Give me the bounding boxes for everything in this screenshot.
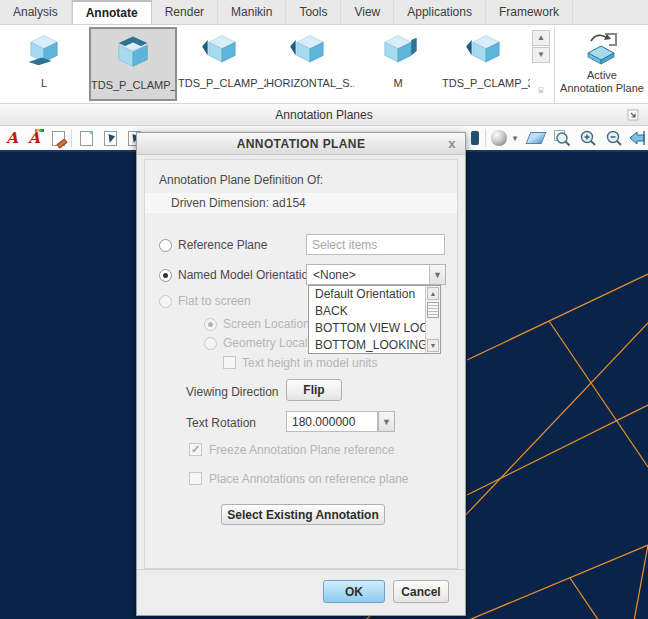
toolbar-separator [485,129,486,147]
chevron-down-icon: ▼ [379,412,394,431]
dialog-title-bar[interactable]: ANNOTATION PLANE x [137,133,465,155]
ribbon-tab-bar: Analysis Annotate Render Manikin Tools V… [0,0,648,25]
cancel-button[interactable]: Cancel [393,580,449,603]
plane-cube-icon [266,27,354,75]
gallery-scroll-up-button[interactable]: ▲ [532,30,550,46]
text-height-label: Text height in model units [242,356,377,370]
orientation-combobox[interactable]: <None> ▼ [306,264,446,285]
gallery-item-label: HORIZONTAL_S... [266,77,354,89]
active-plane-label-line1: Active [557,69,647,82]
gallery-scroll-down-button[interactable]: ▼ [532,47,550,63]
plane-cube-icon [178,27,266,75]
definition-label: Annotation Plane Definition Of: [159,173,323,187]
active-annotation-plane-icon [557,27,647,69]
gallery-item-label: TDS_P_CLAMP_3 [442,77,530,89]
close-icon[interactable]: x [448,136,456,151]
select-existing-annotation-button[interactable]: Select Existing Annotation [221,504,385,525]
zoom-box-icon[interactable] [552,128,572,148]
gallery-group-bar: Annotation Planes [0,103,648,126]
tab-manikin[interactable]: Manikin [218,0,286,24]
orientation-combobox-value: <None> [307,268,429,282]
refit-icon[interactable] [628,128,648,148]
tab-framework[interactable]: Framework [486,0,573,24]
text-rotation-label: Text Rotation [186,416,256,430]
new-note-icon[interactable] [76,128,96,148]
plane-cube-icon [91,29,175,77]
gallery-item-tds-p-clamp-2[interactable]: TDS_P_CLAMP_2 [178,27,266,101]
dropdown-scrollbar[interactable]: ▲ ▼ [425,286,440,353]
plane-cube-icon [354,27,442,75]
gallery-item-tds-p-clamp-1[interactable]: TDS_P_CLAMP_1 [89,27,177,101]
driven-dimension-value: Driven Dimension: ad154 [145,196,306,210]
annotate-pdf-color-icon[interactable]: A [24,128,44,148]
annotation-plane-gallery: L TDS_P_CLAMP_1 [0,25,648,103]
place-annotations-label: Place Annotations on reference plane [209,472,408,486]
zoom-out-icon[interactable] [604,128,624,148]
tab-applications[interactable]: Applications [394,0,486,24]
reference-plane-radio[interactable] [159,239,172,252]
driven-dimension-strip: Driven Dimension: ad154 [145,193,457,213]
gallery-item-horizontal-s[interactable]: HORIZONTAL_S... [266,27,354,101]
gallery-item-label: M [354,77,442,89]
text-rotation-input[interactable] [286,411,378,432]
text-rotation-dropdown-button[interactable]: ▼ [378,411,395,432]
text-height-checkbox[interactable] [223,356,236,369]
freeze-plane-checkbox[interactable]: ✓ [189,443,202,456]
scroll-down-icon[interactable]: ▼ [427,339,439,352]
flat-to-screen-radio[interactable] [159,295,172,308]
named-model-orientation-label: Named Model Orientation [178,268,315,282]
geometry-location-radio[interactable] [204,337,217,350]
dialog-title: ANNOTATION PLANE [237,137,366,151]
tab-render[interactable]: Render [152,0,218,24]
group-dialog-launcher-icon[interactable] [626,108,640,122]
zoom-in-icon[interactable] [578,128,598,148]
gallery-item-l[interactable]: L [0,27,88,101]
orientation-dropdown-list: Default Orientation BACK BOTTOM VIEW LOO… [308,285,441,354]
scroll-up-icon[interactable]: ▲ [427,287,439,300]
footer-separator [137,569,465,570]
toolbar-separator [71,129,72,147]
tab-analysis[interactable]: Analysis [0,0,72,24]
orientation-option-default[interactable]: Default Orientation [309,286,426,303]
gallery-item-tds-p-clamp-3[interactable]: TDS_P_CLAMP_3 [442,27,530,101]
place-annotations-checkbox[interactable] [189,472,202,485]
flip-button[interactable]: Flip [286,379,342,401]
gallery-item-m[interactable]: M [354,27,442,101]
screen-location-label: Screen Location [223,317,310,331]
active-plane-label-line2: Annotation Plane [557,82,647,95]
gallery-item-label: TDS_P_CLAMP_1 [91,79,175,91]
flat-to-screen-label: Flat to screen [178,294,251,308]
erase-annotation-icon[interactable] [48,128,68,148]
find-icon[interactable] [468,128,482,148]
gallery-group-label: Annotation Planes [275,108,372,122]
ok-button[interactable]: OK [323,580,385,603]
viewing-direction-label: Viewing Direction [186,385,279,399]
clipping-plane-icon[interactable] [526,128,546,148]
shaded-sphere-icon[interactable] [489,128,509,148]
tab-view[interactable]: View [341,0,394,24]
chevron-down-icon[interactable]: ▼ [429,265,445,284]
annotation-plane-dialog: ANNOTATION PLANE x Annotation Plane Defi… [136,132,466,616]
orientation-option-back[interactable]: BACK [309,303,426,320]
scrollbar-thumb[interactable] [427,302,439,318]
tab-tools[interactable]: Tools [286,0,341,24]
gallery-item-label: L [0,77,88,89]
note-bolt-icon[interactable] [100,128,120,148]
tab-annotate[interactable]: Annotate [72,0,152,24]
orientation-option-bottom-looking[interactable]: BOTTOM_LOOKING_FO [309,337,426,354]
gallery-item-label: TDS_P_CLAMP_2 [178,77,266,89]
reference-plane-input[interactable] [306,234,445,255]
dropdown-caret-icon[interactable]: ▾ [509,128,521,148]
geometry-location-label: Geometry Locatio [223,336,307,350]
annotate-pdf-icon[interactable]: A [2,128,22,148]
named-model-orientation-radio[interactable] [159,269,172,282]
plane-cube-icon [0,27,88,75]
freeze-plane-label: Freeze Annotation Plane reference [209,443,394,457]
screen-location-radio[interactable] [204,318,217,331]
orientation-option-bottom-view[interactable]: BOTTOM VIEW LOOKIN [309,320,426,337]
plane-cube-icon [442,27,530,75]
application-window: Analysis Annotate Render Manikin Tools V… [0,0,648,619]
reference-plane-label: Reference Plane [178,238,267,252]
gallery-expand-button[interactable]: ⍌ [532,83,550,99]
